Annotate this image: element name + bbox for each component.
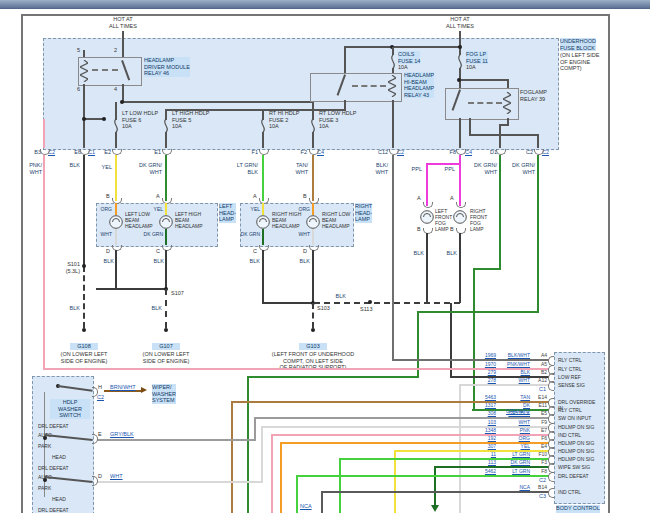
underhood-fuse-block-label[interactable]: UNDERHOOD FUSE BLOCK <box>560 38 596 51</box>
wire-1317 <box>473 268 475 411</box>
bcm-wire-color[interactable]: WHT <box>498 419 530 425</box>
wire-yel <box>115 155 117 201</box>
right-high-beam-label: RIGHT HIGH BEAM HEADLAMP <box>272 211 301 229</box>
bcm-pin: F8 <box>532 468 547 474</box>
relay43-label[interactable]: HEADLAMP HI-BEAM HEADLAMP RELAY 43 <box>404 72 434 98</box>
connector-c2c: C2 <box>517 149 533 156</box>
bcm-circuit-number[interactable]: 1969 <box>454 352 496 358</box>
wire-label-blk: BLK <box>98 258 114 265</box>
ground-g103[interactable]: G103 <box>299 343 327 350</box>
bcm-wire-color[interactable]: BLK/WHT <box>498 352 530 358</box>
bcm-wire-color[interactable]: PNK/WHT <box>498 361 530 367</box>
ground-g107-loc: (ON LOWER LEFT SIDE OF ENGINE) <box>126 351 206 364</box>
left-headlamp-label[interactable]: LEFT HEAD- LAMP <box>219 203 236 223</box>
bcm-circuit-number[interactable]: 307 <box>454 443 496 449</box>
hot-at-all-times-left: HOT AT ALL TIMES <box>93 16 153 29</box>
junction-dot <box>458 45 462 49</box>
wire-label-dkgrnwht: DK GRN/ WHT <box>134 162 162 175</box>
bcm-wire-color[interactable]: TAN <box>498 394 530 400</box>
wire-wht <box>115 229 117 245</box>
splice-s101-label: S101 (5.3L) <box>56 261 80 274</box>
ground-g107[interactable]: G107 <box>152 343 180 350</box>
bcm-circuit-number[interactable]: 5462 <box>454 468 496 474</box>
wire-279 <box>450 303 452 377</box>
bcm-circuit-number[interactable]: 1970 <box>454 361 496 367</box>
bcm-wire-color[interactable]: NCA <box>498 484 530 490</box>
bcm-circuit-number[interactable]: 1348 <box>454 427 496 433</box>
pin-d: D <box>303 248 307 255</box>
bcm-circuit-number[interactable]: 308 <box>454 410 496 416</box>
switch-pos-park: PARK <box>38 443 51 449</box>
wire-blk <box>115 250 117 290</box>
wire-11 <box>339 459 341 513</box>
bcm-wire-color[interactable]: ORG <box>498 435 530 441</box>
bcm-circuit-number[interactable]: 279 <box>454 369 496 375</box>
wire-segment <box>43 119 45 148</box>
bcm-connector-label: C3 <box>526 493 546 499</box>
wire-segment <box>122 31 124 57</box>
wire-nca-label[interactable]: NCA <box>300 503 312 510</box>
ground-dot <box>164 328 168 332</box>
splice-s113-label: S113 <box>360 306 372 313</box>
bcm-circuit-number[interactable]: 103 <box>454 419 496 425</box>
bcm-circuit-number[interactable]: 278 <box>454 377 496 383</box>
pin-b: B <box>106 193 110 200</box>
bcm-function-label: HDLMP ON SIG <box>558 456 602 462</box>
ground-g108[interactable]: G108 <box>70 343 98 350</box>
switch-pos-head: HEAD <box>52 454 66 460</box>
connector-c2-switch: C2 <box>97 394 104 401</box>
fuse-icon <box>455 55 465 69</box>
bcm-wire-color[interactable]: LT GRN <box>498 468 530 474</box>
wire-label-dkgrn: DK GRN <box>138 231 163 237</box>
bcm-wire-color[interactable]: YEL <box>498 443 530 449</box>
wiper-washer-system-label[interactable]: WIPER/ WASHER SYSTEM <box>152 384 176 404</box>
wire-label-brnwht[interactable]: BRN/WHT <box>110 384 136 391</box>
bcm-circuit-number[interactable]: 113 <box>454 459 496 465</box>
wire-label-blkwht: BLK/ WHT <box>366 162 388 175</box>
wiring-diagram-page: UNDERHOOD FUSE BLOCK (ON LEFT SIDE OF EN… <box>0 0 650 513</box>
pin-a: A <box>156 193 160 200</box>
bcm-circuit-number[interactable]: 1317 <box>454 402 496 408</box>
bcm-circuit-number[interactable]: 5463 <box>454 394 496 400</box>
pin-a: A <box>450 195 454 202</box>
right-low-beam-label: RIGHT LOW BEAM HEADLAMP <box>322 211 350 229</box>
left-low-beam-label: LEFT LOW BEAM HEADLAMP <box>125 211 153 229</box>
bcm-wire-color[interactable]: GRY/BLK <box>498 410 530 416</box>
bcm-function-label: RLY CTRL <box>558 407 602 413</box>
wire-ppl <box>459 163 461 206</box>
bcm-circuit-number[interactable]: 192 <box>454 435 496 441</box>
bcm-circuit-number[interactable]: 11 <box>454 451 496 457</box>
wire-blk <box>426 233 428 303</box>
wire-label-gryblk[interactable]: GRY/BLK <box>110 431 134 438</box>
relay46-pin6: 6 <box>77 86 80 93</box>
wire-wht <box>312 229 314 245</box>
bcm-label[interactable]: BODY CONTROL MODULE (BCM <box>556 505 600 513</box>
wire-blk-dashed <box>83 266 85 328</box>
fuse14-label[interactable]: COILS FUSE 14 <box>398 51 420 64</box>
switch-contact-dot <box>43 478 47 482</box>
right-headlamp-label[interactable]: RIGHT HEAD- LAMP <box>355 203 372 223</box>
fuse11-label[interactable]: FOG LP FUSE 11 <box>466 51 488 64</box>
bcm-wire-color[interactable]: LT GRN <box>498 451 530 457</box>
wire-label-blk: BLK <box>64 305 80 312</box>
wire-label-blk: BLK <box>408 250 424 257</box>
wire-label-wht[interactable]: WHT <box>110 473 123 480</box>
hdlp-washer-switch-label[interactable]: HDLP WASHER SWITCH <box>50 399 90 419</box>
switch-pos-drl-defeat: DRL DEFEAT <box>38 507 69 513</box>
wire-label-ltgrnblk: LT GRN/ BLK <box>232 162 258 175</box>
relay46-label[interactable]: HEADLAMP DRIVER MODULE RELAY 46 <box>144 57 190 77</box>
bcm-wire-color[interactable]: DK GRN <box>498 459 530 465</box>
wire-label-ppl-right: PPL <box>437 166 455 173</box>
bcm-wire-color[interactable]: WHT <box>498 377 530 383</box>
bcm-wire-color[interactable]: BLK <box>498 369 530 375</box>
bcm-function-label: HDLMP ON SIG <box>558 448 602 454</box>
relay39-label: FOGLAMP RELAY 39 <box>520 89 547 102</box>
pin-c: C <box>253 248 257 255</box>
bulb-icon <box>419 209 435 225</box>
wire-label-blk: BLK <box>148 258 164 265</box>
bcm-wire-color[interactable]: PNK <box>498 427 530 433</box>
connector-e1: E1 <box>148 149 161 156</box>
wire-nca <box>321 492 323 513</box>
relay-linkage <box>352 85 386 87</box>
bcm-function-label: WIPE SW SIG <box>558 464 602 470</box>
